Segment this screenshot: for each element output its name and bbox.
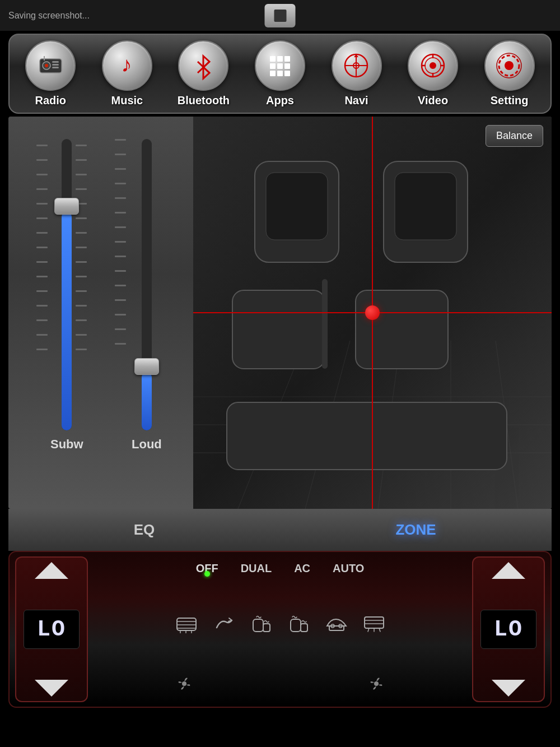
tab-bar: EQ ZONE (8, 509, 552, 551)
svg-point-23 (430, 62, 436, 69)
tick (115, 256, 126, 257)
tick (36, 232, 48, 234)
video-icon (418, 50, 449, 81)
nav-bar: Radio ♪ Music Bluetooth (8, 34, 552, 114)
svg-text:♪: ♪ (122, 53, 132, 76)
radio-icon (35, 50, 66, 81)
music-label: Music (111, 94, 143, 107)
tab-eq[interactable]: EQ (8, 509, 280, 551)
left-temp-down-button[interactable] (35, 680, 68, 697)
subw-slider-fill (62, 212, 72, 430)
svg-rect-6 (44, 56, 45, 61)
nav-item-radio[interactable]: Radio (17, 40, 84, 107)
svg-rect-8 (270, 56, 276, 62)
climate-bar: LO OFF DUAL AC AUTO (8, 551, 552, 708)
stop-button[interactable] (265, 4, 296, 27)
ac-button[interactable]: AC (288, 559, 316, 578)
music-icon: ♪ (111, 50, 142, 81)
tick (115, 270, 126, 272)
nav-item-music[interactable]: ♪ Music (94, 40, 161, 107)
climate-icons-row (175, 614, 386, 637)
right-temp-down-button[interactable] (492, 680, 525, 697)
svg-rect-50 (301, 624, 307, 632)
loud-slider-rail[interactable] (142, 139, 152, 430)
tick (36, 203, 48, 205)
radio-icon-circle (25, 40, 76, 91)
subw-slider-thumb[interactable] (54, 198, 79, 215)
navi-label: Navi (344, 94, 368, 107)
subw-slider-container: Subw (50, 139, 83, 452)
air-direction-icon[interactable] (212, 614, 236, 637)
seat-heat-right-icon[interactable] (287, 614, 311, 637)
stop-icon (274, 10, 286, 22)
setting-icon-circle (484, 40, 535, 91)
auto-button[interactable]: AUTO (327, 559, 370, 578)
svg-rect-48 (263, 624, 270, 632)
nav-item-bluetooth[interactable]: Bluetooth (170, 40, 237, 107)
video-icon-circle (408, 40, 458, 91)
tab-zone[interactable]: ZONE (280, 509, 552, 551)
loud-label: Loud (132, 437, 162, 452)
svg-rect-14 (270, 71, 276, 76)
tick (36, 290, 48, 292)
tick (115, 299, 126, 301)
right-temp-up-button[interactable] (492, 562, 525, 579)
tab-eq-label: EQ (134, 521, 155, 539)
tick (115, 285, 126, 286)
tick (115, 328, 126, 330)
bluetooth-label: Bluetooth (178, 94, 230, 107)
radio-label: Radio (35, 94, 67, 107)
nav-item-video[interactable]: Video (399, 40, 466, 107)
tick-col-3 (115, 139, 126, 345)
svg-point-2 (45, 64, 48, 67)
svg-rect-15 (277, 71, 283, 76)
music-icon-circle: ♪ (102, 40, 152, 91)
tick (115, 212, 126, 214)
loud-slider-thumb[interactable] (134, 358, 159, 375)
balance-button[interactable]: Balance (486, 125, 543, 147)
svg-rect-9 (277, 56, 283, 62)
nav-item-navi[interactable]: Navi (323, 40, 390, 107)
dual-button[interactable]: DUAL (235, 559, 278, 578)
car-interior[interactable] (193, 117, 552, 509)
svg-rect-49 (291, 619, 301, 632)
tick (36, 305, 48, 307)
tick (115, 183, 126, 184)
svg-rect-4 (52, 64, 59, 66)
tick (36, 261, 48, 263)
vent-icon[interactable] (325, 614, 348, 637)
climate-top-buttons: OFF DUAL AC AUTO (190, 559, 370, 578)
left-temp-control: LO (15, 556, 88, 702)
status-bar: Saving screenshot... (0, 0, 560, 31)
defrost-rear-icon[interactable] (175, 614, 198, 637)
navi-icon (341, 50, 372, 81)
off-btn-container: OFF (190, 562, 224, 575)
tick-col-1 (36, 145, 48, 350)
subw-slider-rail[interactable] (62, 139, 72, 430)
tick (115, 154, 126, 155)
tick (36, 145, 48, 146)
video-label: Video (418, 94, 448, 107)
right-fan-icon[interactable] (365, 672, 388, 699)
main-content: Balance (8, 117, 552, 509)
off-indicator-dot (204, 571, 210, 577)
svg-rect-16 (284, 71, 290, 76)
rear-defroster-icon[interactable] (362, 614, 386, 637)
navi-icon-circle (332, 40, 382, 91)
svg-rect-5 (52, 67, 59, 68)
loud-slider-fill (142, 372, 152, 430)
seat-heat-left-icon[interactable] (250, 614, 273, 637)
svg-rect-3 (52, 61, 59, 63)
tick (36, 334, 48, 336)
nav-item-setting[interactable]: Setting (476, 40, 543, 107)
nav-item-apps[interactable]: Apps (246, 40, 314, 107)
tick (36, 217, 48, 219)
crosshair-container (193, 117, 552, 509)
svg-point-24 (505, 61, 514, 70)
tick (115, 226, 126, 228)
tick (115, 139, 126, 141)
bluetooth-icon-circle (178, 40, 228, 91)
tick (36, 349, 48, 350)
left-fan-icon[interactable] (173, 672, 195, 699)
left-temp-up-button[interactable] (35, 562, 68, 579)
